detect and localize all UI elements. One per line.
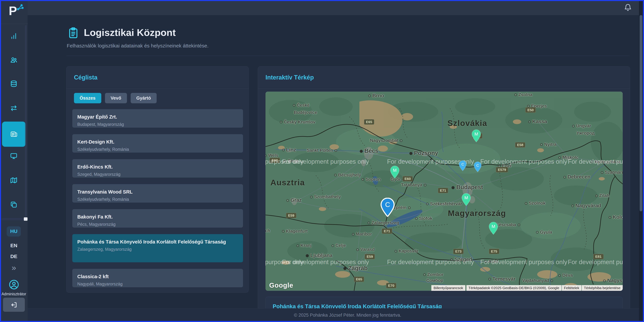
company-location: Székelyudvarhely, Románia: [77, 147, 238, 152]
company-list-item[interactable]: Magyar Építő Zrt.Budapest, Magyarország: [72, 109, 243, 128]
svg-text:C: C: [461, 162, 464, 166]
bell-icon: [624, 3, 632, 12]
filter-button-összes[interactable]: Összes: [74, 93, 101, 103]
company-name: Pohánka és Társa Könyvelő Iroda Korlátol…: [77, 238, 238, 246]
map-attribution-item[interactable]: Térképhiba bejelentése: [582, 285, 623, 291]
svg-text:C: C: [385, 201, 390, 208]
company-location: Szeged, Magyarország: [77, 172, 238, 177]
company-name: Classica-2 kft: [77, 272, 238, 280]
company-list-panel: Céglista ÖsszesVevőGyártó Magyar Építő Z…: [66, 66, 249, 293]
company-filters: ÖsszesVevőGyártó: [74, 93, 157, 103]
map-attribution-item[interactable]: Térképadatok ©2025 GeoBasis-DE/BKG (©200…: [466, 285, 562, 291]
language-option-hu[interactable]: HU: [0, 228, 28, 234]
sidebar-hscrollbar-track[interactable]: [1, 218, 24, 220]
company-location: Zalaegerszeg, Magyarország: [77, 247, 238, 252]
company-name: Magyar Építő Zrt.: [77, 113, 238, 121]
transfer-arrows-icon: [10, 104, 18, 112]
logistics-news-icon: [10, 130, 18, 138]
sidebar-item-users[interactable]: [10, 56, 18, 64]
database-icon: [10, 80, 18, 88]
map-attribution-bar: BillentyűparancsokTérképadatok ©2025 Geo…: [431, 285, 623, 291]
sidebar-item-transfers[interactable]: [10, 104, 18, 112]
company-name: Erdő-Kincs Kft.: [77, 163, 238, 171]
footer: © 2025 Pohánka József Péter. Minden jog …: [28, 308, 644, 322]
map-marker-c[interactable]: C: [380, 198, 396, 218]
company-name: Kert-Design Kft.: [77, 138, 238, 146]
sidebar-hscrollbar-thumb[interactable]: [24, 217, 28, 221]
page-subtitle: Felhasználók logisztikai adatainak és he…: [67, 43, 208, 49]
page-title: Logisztikai Központ: [84, 27, 176, 38]
user-role-label: Adminisztrátor: [0, 292, 28, 296]
company-list-item[interactable]: Transylvania Wood SRLSzékelyudvarhely, R…: [72, 184, 243, 202]
pin-icon: M: [488, 222, 498, 235]
map-markers: MCCMMCM: [266, 92, 623, 291]
company-panel-title: Céglista: [66, 66, 248, 88]
svg-text:C: C: [476, 163, 479, 167]
svg-text:M: M: [492, 224, 495, 229]
clipboard-icon: [67, 27, 80, 39]
notifications-button[interactable]: [624, 3, 632, 12]
sidebar-item-documents[interactable]: [10, 201, 18, 208]
sidebar-scrollbar[interactable]: [25, 25, 27, 216]
svg-text:M: M: [464, 195, 468, 200]
map-icon: [10, 176, 18, 184]
topbar: [28, 0, 644, 15]
page-scrollbar[interactable]: [639, 1, 643, 321]
map-attribution-item[interactable]: Feltételek: [562, 285, 582, 291]
sidebar-item-devices[interactable]: [10, 152, 18, 160]
monitor-icon: [10, 152, 18, 160]
map-panel-title: Interaktív Térkép: [258, 66, 630, 88]
pin-icon: C: [473, 162, 482, 172]
sidebar-item-statistics[interactable]: [10, 32, 18, 40]
company-name: Bakonyi Fa Kft.: [77, 213, 238, 221]
map-marker-c[interactable]: C: [473, 162, 482, 173]
sidebar-collapse-button[interactable]: »: [0, 263, 28, 272]
page-scrollbar-thumb[interactable]: [640, 15, 642, 211]
language-option-en[interactable]: EN: [0, 243, 28, 248]
app-logo[interactable]: P: [0, 0, 28, 24]
pin-icon: M: [471, 129, 482, 142]
pin-icon: M: [390, 166, 400, 178]
company-list-item[interactable]: Pohánka és Társa Könyvelő Iroda Korlátol…: [72, 234, 243, 262]
company-list-item[interactable]: Bakonyi Fa Kft.Pécs, Magyarország: [72, 209, 243, 228]
company-list-item[interactable]: Kert-Design Kft.Székelyudvarhely, Románi…: [72, 134, 243, 152]
company-list-item[interactable]: Classica-2 kftNagypáli, Magyarország: [72, 269, 243, 287]
company-location: Budapest, Magyarország: [77, 122, 238, 127]
bar-chart-icon: [10, 32, 18, 40]
map-marker-m[interactable]: M: [488, 222, 498, 236]
copyright-text: © 2025 Pohánka József Péter. Minden jog …: [270, 312, 401, 318]
map-marker-m[interactable]: M: [471, 129, 482, 143]
company-list-item[interactable]: Erdő-Kincs Kft.Szeged, Magyarország: [72, 159, 243, 178]
map-panel: Interaktív Térkép: [258, 66, 630, 322]
svg-text:M: M: [393, 168, 397, 173]
svg-text:M: M: [474, 132, 478, 136]
map-attribution-item[interactable]: Billentyűparancsok: [431, 285, 465, 291]
filter-button-gyártó[interactable]: Gyártó: [131, 93, 157, 103]
company-location: Pécs, Magyarország: [77, 222, 238, 227]
page-title-icon: [67, 27, 80, 40]
avatar-icon: [9, 280, 19, 290]
logo-letter: P: [9, 4, 17, 18]
logout-icon: [10, 301, 18, 309]
documents-copy-icon: [10, 201, 18, 208]
map-marker-m[interactable]: M: [461, 193, 472, 207]
interactive-map[interactable]: SzlovákiaAusztriaMagyarország BrnoČeskéB…: [266, 92, 623, 291]
company-list: Magyar Építő Zrt.Budapest, MagyarországK…: [72, 109, 243, 294]
sidebar-item-logistics-active[interactable]: [2, 122, 26, 147]
sidebar-item-database[interactable]: [10, 80, 18, 88]
company-location: Székelyudvarhely, Románia: [77, 197, 238, 202]
sidebar-item-map[interactable]: [10, 176, 18, 184]
users-icon: [10, 56, 18, 64]
map-marker-m[interactable]: M: [390, 166, 400, 179]
user-avatar[interactable]: [9, 280, 19, 290]
filter-button-vevő[interactable]: Vevő: [105, 93, 127, 103]
pin-icon: M: [461, 193, 472, 206]
sidebar: P: [0, 0, 28, 322]
google-logo: Google: [269, 282, 293, 289]
pin-icon: C: [380, 198, 396, 217]
logout-button[interactable]: [3, 298, 25, 312]
company-name: Transylvania Wood SRL: [77, 188, 238, 196]
map-marker-c[interactable]: C: [458, 160, 467, 172]
language-option-de[interactable]: DE: [0, 254, 28, 259]
company-location: Nagypáli, Magyarország: [77, 282, 238, 286]
